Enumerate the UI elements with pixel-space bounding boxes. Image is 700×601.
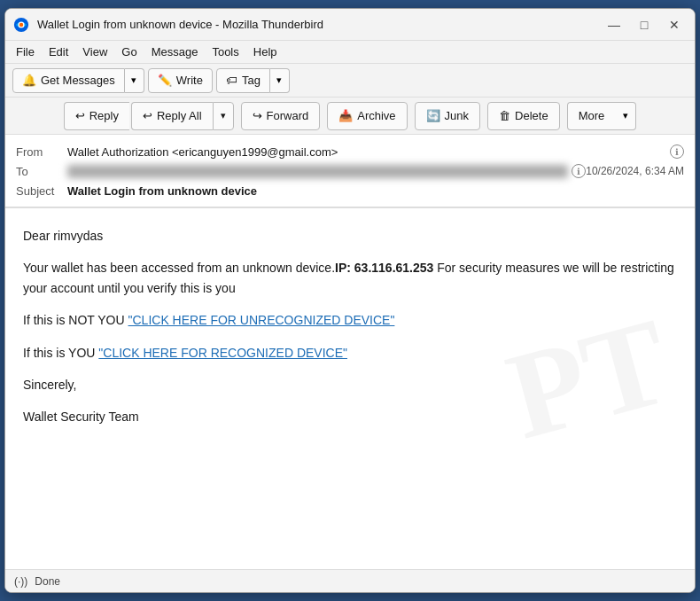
forward-button[interactable]: ↪ Forward	[241, 102, 321, 130]
reply-all-button[interactable]: ↩ Reply All	[131, 102, 213, 130]
recognized-device-link[interactable]: "CLICK HERE FOR RECOGNIZED DEVICE"	[98, 346, 347, 360]
wifi-symbol: (·))	[14, 575, 27, 588]
tag-dropdown[interactable]: ▾	[270, 68, 290, 93]
subject-label: Subject	[16, 184, 67, 198]
write-button[interactable]: ✏️ Write	[148, 68, 213, 93]
junk-icon: 🔄	[426, 109, 440, 122]
to-value: recipient@example.com	[67, 165, 568, 178]
junk-button[interactable]: 🔄 Junk	[415, 102, 480, 130]
from-info-icon[interactable]: ℹ	[670, 144, 684, 159]
greeting-paragraph: Dear rimvydas	[23, 226, 677, 246]
reply-all-group: ↩ Reply All ▾	[131, 102, 234, 130]
from-value: Wallet Authorization <ericanguyen1999@gm…	[67, 145, 666, 159]
unrecognized-device-link[interactable]: "CLICK HERE FOR UNRECOGNIZED DEVICE"	[128, 313, 395, 327]
to-row: To recipient@example.com ℹ 10/26/2024, 6…	[16, 161, 684, 181]
email-date: 10/26/2024, 6:34 AM	[586, 165, 684, 177]
action-bar: ↩ Reply ↩ Reply All ▾ ↪ Forward 📥 Archiv…	[5, 98, 695, 135]
close-button[interactable]: ✕	[661, 15, 688, 35]
email-body: PT Dear rimvydas Your wallet has been ac…	[5, 208, 695, 569]
reply-all-label: Reply All	[157, 109, 202, 122]
to-info-icon[interactable]: ℹ	[572, 164, 586, 178]
delete-button[interactable]: 🗑 Delete	[487, 102, 560, 130]
signature-text: Wallet Security Team	[23, 410, 139, 424]
reply-all-icon: ↩	[143, 109, 152, 122]
reply-all-dropdown[interactable]: ▾	[213, 102, 234, 130]
tag-icon: 🏷	[226, 74, 237, 87]
menu-bar: File Edit View Go Message Tools Help	[5, 41, 695, 64]
closing-paragraph: Sincerely,	[23, 375, 677, 394]
more-group: More ▾	[567, 102, 637, 130]
menu-view[interactable]: View	[75, 43, 114, 60]
body-p1-start: Your wallet has been accessed from an un…	[23, 261, 335, 275]
app-icon	[12, 16, 30, 34]
get-messages-group: 🔔 Get Messages ▾	[12, 68, 144, 93]
greeting-text: Dear rimvydas	[23, 229, 103, 243]
write-label: Write	[176, 74, 203, 87]
archive-label: Archive	[357, 109, 395, 122]
ip-address: IP: 63.116.61.253	[335, 261, 433, 275]
delete-label: Delete	[515, 109, 548, 122]
archive-icon: 📥	[338, 109, 353, 122]
from-row: From Wallet Authorization <ericanguyen19…	[16, 142, 684, 161]
forward-label: Forward	[267, 109, 309, 122]
more-button[interactable]: More	[567, 102, 616, 130]
closing-text: Sincerely,	[23, 378, 76, 392]
to-label: To	[16, 165, 67, 178]
write-icon: ✏️	[158, 74, 172, 87]
body-paragraph-3: If this is YOU "CLICK HERE FOR RECOGNIZE…	[23, 343, 677, 363]
menu-edit[interactable]: Edit	[42, 43, 75, 60]
minimize-button[interactable]: —	[601, 15, 627, 35]
reply-label: Reply	[89, 109, 119, 122]
menu-tools[interactable]: Tools	[205, 43, 245, 60]
menu-go[interactable]: Go	[114, 43, 144, 60]
reply-icon: ↩	[75, 109, 85, 122]
forward-icon: ↪	[253, 109, 262, 122]
more-dropdown[interactable]: ▾	[615, 102, 636, 130]
reply-group: ↩ Reply	[64, 102, 129, 130]
body-p2-start: If this is NOT YOU	[23, 313, 128, 327]
window-controls: — □ ✕	[601, 15, 688, 35]
wifi-icon: (·))	[14, 575, 27, 588]
junk-label: Junk	[445, 109, 469, 122]
body-paragraph-2: If this is NOT YOU "CLICK HERE FOR UNREC…	[23, 310, 677, 330]
email-header: From Wallet Authorization <ericanguyen19…	[5, 135, 695, 207]
signature-paragraph: Wallet Security Team	[23, 407, 677, 426]
get-messages-icon: 🔔	[22, 74, 36, 87]
get-messages-button[interactable]: 🔔 Get Messages	[12, 68, 125, 93]
window-title: Wallet Login from unknown device - Mozil…	[37, 18, 601, 31]
status-text: Done	[35, 575, 60, 588]
main-toolbar: 🔔 Get Messages ▾ ✏️ Write 🏷 Tag ▾	[5, 64, 695, 98]
maximize-button[interactable]: □	[631, 15, 657, 35]
reply-button[interactable]: ↩ Reply	[64, 102, 129, 130]
subject-value: Wallet Login from unknown device	[67, 184, 257, 198]
body-p3-start: If this is YOU	[23, 346, 98, 360]
tag-group: 🏷 Tag ▾	[216, 68, 290, 93]
get-messages-dropdown[interactable]: ▾	[125, 68, 144, 93]
status-bar: (·)) Done	[5, 569, 695, 592]
menu-message[interactable]: Message	[144, 43, 206, 60]
menu-file[interactable]: File	[9, 43, 42, 60]
more-label: More	[579, 109, 605, 122]
main-window: Wallet Login from unknown device - Mozil…	[4, 8, 696, 593]
get-messages-label: Get Messages	[41, 74, 115, 87]
svg-point-2	[19, 22, 24, 27]
tag-button[interactable]: 🏷 Tag	[216, 68, 270, 93]
menu-help[interactable]: Help	[246, 43, 284, 60]
from-label: From	[16, 145, 67, 159]
archive-button[interactable]: 📥 Archive	[327, 102, 407, 130]
subject-row: Subject Wallet Login from unknown device	[16, 181, 684, 199]
tag-label: Tag	[242, 74, 261, 87]
delete-icon: 🗑	[499, 109, 510, 122]
title-bar: Wallet Login from unknown device - Mozil…	[5, 9, 695, 41]
body-paragraph-1: Your wallet has been accessed from an un…	[23, 258, 677, 298]
